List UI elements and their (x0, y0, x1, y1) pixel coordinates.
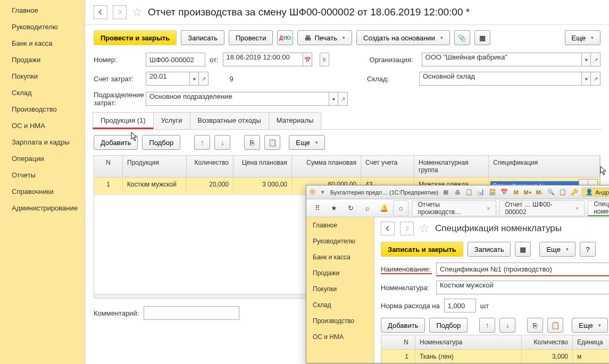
sub-paste-icon[interactable]: 📋 (547, 318, 563, 333)
move-up-icon[interactable]: ↑ (194, 135, 210, 150)
sidebar-item-main[interactable]: Главное (0, 2, 85, 19)
col-nom-group[interactable]: Номенклатурная группа (414, 156, 489, 177)
col-product[interactable]: Продукция (123, 156, 187, 177)
print-button[interactable]: 🖶Печать (297, 30, 352, 45)
tab-services[interactable]: Услуги (153, 112, 190, 129)
sub-sidebar-production[interactable]: Производство (306, 313, 374, 329)
calendar2-icon[interactable]: 📅 (500, 188, 508, 197)
cost-acc-dropdown-icon[interactable]: ▾ (189, 72, 199, 86)
cost-acc-open-icon[interactable]: ↗ (199, 72, 208, 86)
sidebar-item-warehouse[interactable]: Склад (0, 84, 85, 101)
doc-tab-1[interactable]: Отчеты производств…× (412, 200, 496, 216)
create-based-button[interactable]: Создать на основании (356, 30, 450, 45)
user-badge[interactable]: 👤Андрей (582, 188, 609, 197)
tab-materials[interactable]: Материалы (269, 112, 322, 129)
sidebar-item-operations[interactable]: Операции (0, 150, 85, 167)
sub-table-row[interactable]: 1 Ткань (лен) 3,000 м (381, 350, 609, 363)
zoom-icon[interactable]: 🔍 (547, 188, 555, 197)
dept-dropdown-icon[interactable]: ▾ (329, 92, 338, 106)
sub-copy-icon[interactable]: ⎘ (527, 318, 543, 333)
post-and-close-button[interactable]: Провести и закрыть (94, 30, 177, 45)
history-icon[interactable]: ↻ (343, 200, 358, 216)
sub-nav-forward[interactable] (400, 222, 414, 235)
col-n[interactable]: N (94, 156, 123, 177)
date-field[interactable]: 18.06.2019 12:00:00 (223, 53, 303, 66)
more-button[interactable]: Еще (565, 30, 600, 45)
warehouse-field[interactable]: Основной склад (419, 72, 581, 86)
sub-more-button[interactable]: Еще (539, 242, 575, 257)
post-button[interactable]: Провести (229, 30, 273, 45)
favorite-star-icon[interactable]: ☆ (132, 5, 143, 19)
cost-acc-field[interactable]: 20.01 (146, 72, 189, 86)
calc-icon[interactable]: 🧮 (488, 188, 497, 197)
sub-help-button[interactable]: ? (580, 242, 596, 257)
sub-pick-button[interactable]: Подбор (429, 318, 468, 333)
sub-cell-qty[interactable]: 3,000 (522, 350, 573, 363)
warehouse-dropdown-icon[interactable]: ▾ (581, 72, 591, 86)
mem-m-icon[interactable]: M (512, 188, 520, 197)
pick-button[interactable]: Подбор (142, 135, 180, 150)
sub-nom-field[interactable]: Костюм мужской (436, 281, 609, 294)
toolbar-icon[interactable]: ▦ (441, 188, 450, 197)
sub-cell-unit[interactable]: м (573, 350, 609, 363)
search-icon[interactable]: ⌕ (360, 200, 375, 216)
dept-open-icon[interactable]: ↗ (338, 92, 348, 106)
sidebar-item-admin[interactable]: Администрирование (0, 200, 85, 216)
apps-grid-icon[interactable]: ⠿ (310, 200, 325, 216)
bell-icon[interactable]: 🔔 (377, 200, 392, 216)
sub-titlebar[interactable]: ⓔ ▾ Бухгалтерия предп… (1С:Предприятие) … (306, 185, 609, 199)
mem-mplus-icon[interactable]: M+ (523, 188, 532, 197)
star-icon[interactable]: ★ (326, 200, 341, 216)
date-help-icon[interactable]: ⎘ (320, 53, 329, 66)
org-open-icon[interactable]: ↗ (591, 53, 600, 66)
sub-sidebar-purchases[interactable]: Покупки (306, 281, 374, 297)
paste-icon[interactable]: 📋 (264, 135, 280, 150)
clipboard-icon[interactable]: 📋 (465, 188, 473, 197)
print-icon[interactable]: 🖶 (453, 188, 462, 197)
sidebar-item-purchases[interactable]: Покупки (0, 68, 85, 84)
number-field[interactable]: ШФ00-000002 (146, 53, 205, 66)
mem-mminus-icon[interactable]: M- (535, 188, 544, 197)
sidebar-item-payroll[interactable]: Зарплата и кадры (0, 134, 85, 150)
sub-sidebar-director[interactable]: Руководителю (306, 233, 374, 249)
sub-name-field[interactable]: Спецификация №1 (производство) (436, 263, 609, 276)
write-button[interactable]: Записать (181, 30, 224, 45)
sub-sidebar-main[interactable]: Главное (306, 217, 374, 233)
sub-cell-nom[interactable]: Ткань (лен) (415, 350, 522, 363)
attach-icon[interactable]: 📎 (454, 30, 470, 45)
org-dropdown-icon[interactable]: ▾ (581, 53, 591, 66)
sub-table-more-button[interactable]: Еще (572, 318, 607, 333)
sub-add-button[interactable]: Добавить (381, 318, 425, 333)
sub-col-unit[interactable]: Единица (573, 335, 609, 349)
col-account[interactable]: Счет учета (361, 156, 414, 177)
home-icon[interactable]: ⌂ (393, 200, 408, 216)
col-qty[interactable]: Количество (187, 156, 233, 177)
move-down-icon[interactable]: ↓ (214, 135, 230, 150)
sub-write-close-button[interactable]: Записать и закрыть (381, 242, 463, 257)
col-spec[interactable]: Спецификация (489, 156, 600, 177)
col-sum[interactable]: Сумма плановая (292, 156, 361, 177)
doc-tab-2[interactable]: Отчет … ШФ00-000002× (499, 200, 585, 216)
dropdown-icon[interactable]: ▾ (319, 188, 327, 197)
cell-price[interactable]: 3 000,00 (233, 177, 292, 194)
sidebar-item-bank[interactable]: Банк и касса (0, 35, 85, 52)
sub-norm-field[interactable]: 1,000 (444, 299, 476, 312)
sub-sidebar-bank[interactable]: Банк и касса (306, 249, 374, 265)
clipboard2-icon[interactable]: 📋 (558, 188, 567, 197)
sub-col-nom[interactable]: Номенклатура (415, 335, 522, 349)
dt-kt-icon[interactable]: ДтКт (277, 30, 293, 45)
sidebar-item-reports[interactable]: Отчеты (0, 167, 85, 183)
sub-list-icon[interactable]: ▦ (515, 242, 531, 257)
chart-icon[interactable]: 📊 (477, 188, 485, 197)
sub-move-down-icon[interactable]: ↓ (499, 318, 515, 333)
sub-col-n[interactable]: N (381, 335, 415, 349)
dept-field[interactable]: Основное подразделение (146, 92, 329, 106)
comment-field[interactable] (144, 306, 239, 320)
sub-nav-back[interactable] (381, 222, 395, 235)
copy-icon[interactable]: ⎘ (244, 135, 260, 150)
sidebar-item-sales[interactable]: Продажи (0, 52, 85, 68)
close-tab-icon[interactable]: × (487, 205, 490, 211)
calendar-icon[interactable]: 📅 (303, 53, 312, 66)
doc-tab-3[interactable]: Спецификация номе…× (588, 200, 609, 216)
sidebar-item-catalogs[interactable]: Справочники (0, 183, 85, 200)
